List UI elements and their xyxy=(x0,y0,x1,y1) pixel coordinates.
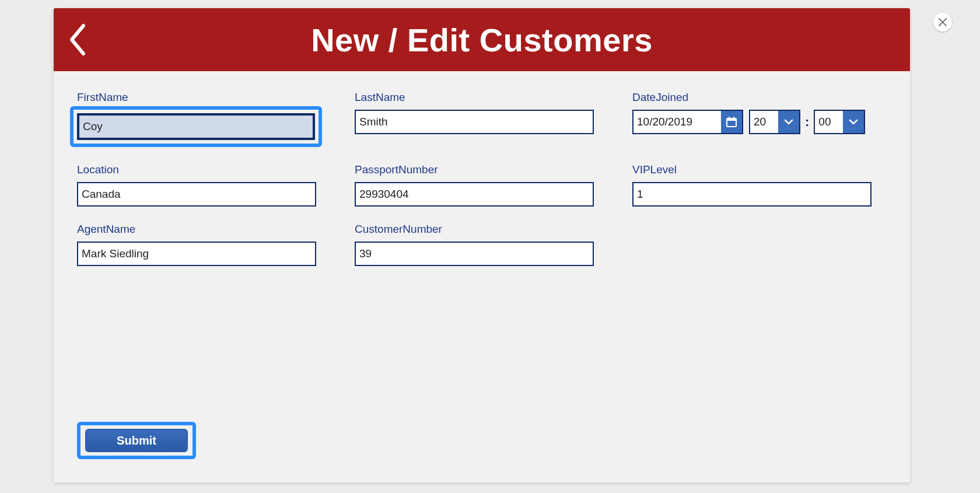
form-panel: New / Edit Customers FirstName LastName … xyxy=(54,8,910,482)
app-root: New / Edit Customers FirstName LastName … xyxy=(0,0,980,493)
svg-rect-3 xyxy=(733,117,734,119)
date-joined-hour-input[interactable] xyxy=(750,111,778,133)
agent-name-input[interactable] xyxy=(77,242,316,266)
date-joined-minute xyxy=(814,110,865,134)
last-name-input[interactable] xyxy=(355,110,594,134)
field-first-name: FirstName xyxy=(77,91,345,147)
field-date-joined: DateJoined xyxy=(632,91,901,134)
location-label: Location xyxy=(77,163,345,176)
date-joined-date-input[interactable] xyxy=(634,111,721,133)
minute-dropdown-button[interactable] xyxy=(843,111,864,133)
passport-number-label: PassportNumber xyxy=(355,163,623,176)
form-body: FirstName LastName DateJoined xyxy=(54,71,910,278)
first-name-label: FirstName xyxy=(77,91,345,104)
date-joined-date xyxy=(632,110,743,134)
customer-number-input[interactable] xyxy=(355,242,594,266)
field-vip-level: VIPLevel xyxy=(632,163,901,207)
field-customer-number: CustomerNumber xyxy=(355,223,623,266)
vip-level-label: VIPLevel xyxy=(632,163,901,176)
field-location: Location xyxy=(77,163,345,207)
date-joined-row: : xyxy=(632,110,901,134)
field-agent-name: AgentName xyxy=(77,223,345,266)
hour-dropdown-button[interactable] xyxy=(778,111,799,133)
first-name-input[interactable] xyxy=(77,113,315,140)
passport-number-input[interactable] xyxy=(355,182,594,207)
field-passport-number: PassportNumber xyxy=(355,163,623,207)
vip-level-input[interactable] xyxy=(632,182,872,207)
close-icon xyxy=(939,18,947,26)
customer-number-label: CustomerNumber xyxy=(355,223,623,236)
submit-highlight: Submit xyxy=(77,422,196,459)
svg-rect-2 xyxy=(729,117,730,119)
chevron-down-icon xyxy=(848,117,859,127)
page-title: New / Edit Customers xyxy=(54,21,910,59)
time-separator: : xyxy=(805,114,809,130)
last-name-label: LastName xyxy=(355,91,623,104)
form-footer: Submit xyxy=(77,422,196,459)
location-input[interactable] xyxy=(77,182,316,207)
submit-button[interactable]: Submit xyxy=(85,429,188,452)
date-joined-hour xyxy=(749,110,800,134)
calendar-button[interactable] xyxy=(721,111,742,133)
date-joined-minute-input[interactable] xyxy=(815,111,843,133)
date-joined-label: DateJoined xyxy=(632,91,901,104)
field-last-name: LastName xyxy=(355,91,623,134)
svg-rect-1 xyxy=(727,118,736,121)
header-bar: New / Edit Customers xyxy=(54,8,910,71)
first-name-highlight xyxy=(70,106,322,147)
agent-name-label: AgentName xyxy=(77,223,345,236)
close-button[interactable] xyxy=(933,13,952,32)
calendar-icon xyxy=(726,116,737,128)
chevron-down-icon xyxy=(783,117,794,127)
